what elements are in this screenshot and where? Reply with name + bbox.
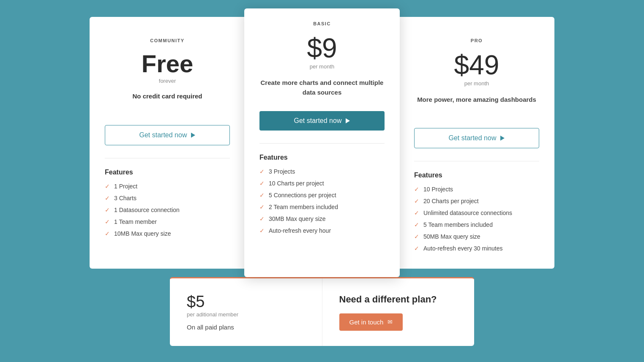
check-icon: ✓	[259, 204, 265, 210]
pro-features-title: Features	[414, 171, 539, 179]
check-icon: ✓	[105, 183, 110, 190]
check-icon: ✓	[414, 221, 419, 228]
pro-cta-button[interactable]: Get started now	[414, 128, 539, 148]
list-item: ✓ 5 Connections per project	[259, 192, 385, 199]
community-feature-1: 1 Project	[114, 183, 137, 190]
check-icon: ✓	[259, 215, 265, 222]
basic-cta-button[interactable]: Get started now	[259, 111, 385, 131]
list-item: ✓ Auto-refresh every 30 minutes	[414, 245, 539, 252]
pro-description: More power, more amazing dashboards	[414, 95, 539, 115]
basic-plan-name: BASIC	[259, 21, 385, 26]
list-item: ✓ 1 Project	[105, 183, 230, 190]
list-item: ✓ 2 Team members included	[259, 204, 385, 210]
check-icon: ✓	[105, 207, 110, 213]
list-item: ✓ 10 Projects	[414, 186, 539, 193]
check-icon: ✓	[259, 180, 265, 187]
community-feature-4: 1 Team member	[114, 218, 157, 225]
list-item: ✓ 3 Charts	[105, 195, 230, 201]
pro-price: $49	[414, 52, 539, 79]
get-in-touch-label: Get in touch	[349, 318, 384, 326]
basic-cta-label: Get started now	[294, 117, 342, 125]
community-cta-button[interactable]: Get started now	[105, 125, 230, 145]
pro-divider	[414, 161, 539, 161]
addon-price-period: per aditional member	[187, 311, 305, 318]
pro-feature-6: Auto-refresh every 30 minutes	[423, 245, 503, 252]
check-icon: ✓	[105, 218, 110, 225]
basic-price: $9	[259, 35, 385, 62]
basic-cta-play-icon	[346, 118, 350, 123]
pro-plan-card: PRO $49 per month More power, more amazi…	[399, 17, 554, 269]
check-icon: ✓	[259, 168, 265, 175]
list-item: ✓ 1 Team member	[105, 218, 230, 225]
basic-feature-2: 10 Charts per project	[269, 180, 324, 187]
community-feature-2: 3 Charts	[114, 195, 136, 201]
basic-divider	[259, 143, 385, 144]
list-item: ✓ 1 Datasource connection	[105, 207, 230, 213]
list-item: ✓ 50MB Max query size	[414, 233, 539, 240]
basic-price-period: per month	[259, 63, 385, 70]
community-plan-card: COMMUNITY Free forever No credit card re…	[90, 17, 245, 269]
community-description: No credit card required	[105, 93, 230, 100]
check-icon: ✓	[105, 195, 110, 201]
different-plan-section: Need a different plan? Get in touch ✉	[322, 278, 475, 346]
envelope-icon: ✉	[387, 318, 393, 325]
pro-feature-5: 50MB Max query size	[423, 233, 480, 240]
basic-feature-5: 30MB Max query size	[269, 215, 326, 222]
basic-feature-1: 3 Projects	[269, 168, 295, 175]
community-features-title: Features	[105, 169, 230, 176]
community-feature-5: 10MB Max query size	[114, 230, 171, 237]
check-icon: ✓	[105, 230, 110, 237]
pro-price-period: per month	[414, 80, 539, 87]
list-item: ✓ 30MB Max query size	[259, 215, 385, 222]
community-price: Free	[105, 52, 230, 76]
pro-plan-name: PRO	[414, 38, 539, 43]
list-item: ✓ 10MB Max query size	[105, 230, 230, 237]
check-icon: ✓	[259, 192, 265, 199]
community-divider	[105, 158, 230, 158]
list-item: ✓ 3 Projects	[259, 168, 385, 175]
check-icon: ✓	[414, 198, 419, 204]
pro-feature-1: 10 Projects	[423, 186, 453, 193]
list-item: ✓ 5 Team members included	[414, 221, 539, 228]
basic-plan-card: BASIC $9 per month Create more charts an…	[244, 8, 400, 277]
check-icon: ✓	[414, 233, 419, 240]
check-icon: ✓	[414, 245, 419, 252]
addon-description: On all paid plans	[187, 324, 305, 331]
pricing-wrapper: COMMUNITY Free forever No credit card re…	[90, 17, 554, 346]
pro-cta-play-icon	[500, 136, 505, 141]
pro-feature-3: Unlimited datasource connections	[423, 210, 512, 216]
community-feature-list: ✓ 1 Project ✓ 3 Charts ✓ 1 Datasource co…	[105, 183, 230, 237]
pro-feature-4: 5 Team members included	[423, 221, 493, 228]
pro-feature-list: ✓ 10 Projects ✓ 20 Charts per project ✓ …	[414, 186, 539, 252]
different-plan-title: Need a different plan?	[339, 294, 437, 305]
check-icon: ✓	[414, 210, 419, 216]
list-item: ✓ Auto-refresh every hour	[259, 227, 385, 234]
addon-price: $5	[187, 294, 305, 310]
basic-feature-6: Auto-refresh every hour	[269, 227, 331, 234]
community-price-sub: forever	[105, 78, 230, 84]
pro-feature-2: 20 Charts per project	[423, 198, 479, 204]
list-item: ✓ 20 Charts per project	[414, 198, 539, 204]
list-item: ✓ Unlimited datasource connections	[414, 210, 539, 216]
check-icon: ✓	[414, 186, 419, 193]
addon-section: $5 per aditional member On all paid plan…	[170, 278, 322, 346]
plans-row: COMMUNITY Free forever No credit card re…	[90, 17, 554, 269]
basic-feature-list: ✓ 3 Projects ✓ 10 Charts per project ✓ 5…	[259, 168, 385, 234]
check-icon: ✓	[259, 227, 265, 234]
pro-cta-label: Get started now	[449, 134, 497, 142]
basic-feature-3: 5 Connections per project	[269, 192, 336, 199]
get-in-touch-button[interactable]: Get in touch ✉	[339, 313, 403, 331]
list-item: ✓ 10 Charts per project	[259, 180, 385, 187]
basic-description: Create more charts and connect multiple …	[259, 78, 385, 98]
community-cta-label: Get started now	[139, 131, 187, 139]
community-feature-3: 1 Datasource connection	[114, 207, 180, 213]
basic-features-title: Features	[259, 154, 385, 161]
community-cta-play-icon	[191, 133, 195, 138]
basic-feature-4: 2 Team members included	[269, 204, 338, 210]
community-plan-name: COMMUNITY	[105, 38, 230, 43]
bottom-section: $5 per aditional member On all paid plan…	[170, 277, 474, 346]
